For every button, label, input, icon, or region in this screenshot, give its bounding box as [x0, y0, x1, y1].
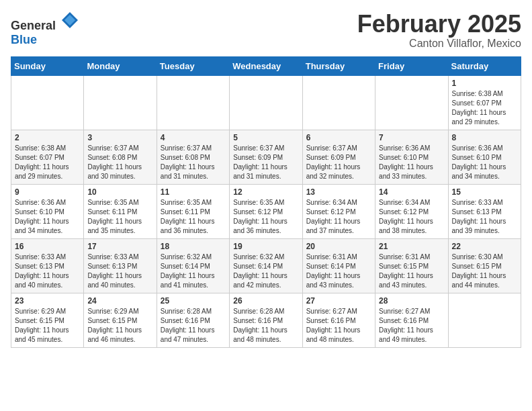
day-info: Sunrise: 6:36 AM Sunset: 6:10 PM Dayligh… [452, 144, 517, 181]
calendar-cell: 8Sunrise: 6:36 AM Sunset: 6:10 PM Daylig… [448, 130, 521, 184]
day-info: Sunrise: 6:35 AM Sunset: 6:11 PM Dayligh… [161, 198, 226, 236]
day-number: 26 [233, 296, 298, 306]
day-number: 20 [306, 242, 371, 251]
day-info: Sunrise: 6:33 AM Sunset: 6:13 PM Dayligh… [87, 253, 152, 290]
calendar-cell: 17Sunrise: 6:33 AM Sunset: 6:13 PM Dayli… [84, 238, 157, 293]
day-info: Sunrise: 6:34 AM Sunset: 6:12 PM Dayligh… [306, 198, 371, 236]
location-title: Canton Villaflor, Mexico [357, 38, 521, 50]
calendar-cell: 19Sunrise: 6:32 AM Sunset: 6:14 PM Dayli… [230, 238, 302, 293]
day-number: 18 [161, 242, 226, 251]
month-title: February 2025 [357, 11, 521, 38]
calendar-cell: 3Sunrise: 6:37 AM Sunset: 6:08 PM Daylig… [84, 130, 157, 184]
day-number: 27 [306, 296, 371, 306]
calendar-cell: 1Sunrise: 6:38 AM Sunset: 6:07 PM Daylig… [448, 75, 521, 130]
calendar-cell: 5Sunrise: 6:37 AM Sunset: 6:09 PM Daylig… [230, 130, 302, 184]
day-info: Sunrise: 6:38 AM Sunset: 6:07 PM Dayligh… [15, 144, 80, 181]
day-number: 24 [87, 296, 152, 306]
day-info: Sunrise: 6:32 AM Sunset: 6:14 PM Dayligh… [161, 253, 226, 290]
day-number: 3 [87, 133, 152, 142]
calendar-cell: 18Sunrise: 6:32 AM Sunset: 6:14 PM Dayli… [157, 238, 229, 293]
day-number: 28 [379, 296, 444, 306]
title-area: February 2025 Canton Villaflor, Mexico [357, 11, 521, 50]
day-number: 21 [379, 242, 444, 251]
day-info: Sunrise: 6:28 AM Sunset: 6:16 PM Dayligh… [233, 307, 298, 345]
day-info: Sunrise: 6:35 AM Sunset: 6:11 PM Dayligh… [87, 198, 152, 236]
weekday-header: Friday [375, 56, 448, 75]
day-number: 13 [306, 187, 371, 197]
calendar-cell: 21Sunrise: 6:31 AM Sunset: 6:15 PM Dayli… [375, 238, 448, 293]
day-info: Sunrise: 6:37 AM Sunset: 6:08 PM Dayligh… [161, 144, 226, 181]
day-number: 1 [452, 79, 517, 88]
calendar-week-row: 1Sunrise: 6:38 AM Sunset: 6:07 PM Daylig… [11, 75, 521, 130]
weekday-header: Saturday [448, 56, 521, 75]
calendar-cell [375, 75, 448, 130]
calendar-cell: 11Sunrise: 6:35 AM Sunset: 6:11 PM Dayli… [157, 184, 229, 238]
logo-general: General [11, 19, 56, 32]
calendar-cell: 2Sunrise: 6:38 AM Sunset: 6:07 PM Daylig… [11, 130, 84, 184]
day-number: 4 [161, 133, 226, 142]
day-info: Sunrise: 6:33 AM Sunset: 6:13 PM Dayligh… [452, 198, 517, 236]
day-number: 25 [161, 296, 226, 306]
weekday-header: Sunday [11, 56, 84, 75]
day-number: 11 [161, 187, 226, 197]
day-info: Sunrise: 6:27 AM Sunset: 6:16 PM Dayligh… [379, 307, 444, 345]
calendar-cell: 4Sunrise: 6:37 AM Sunset: 6:08 PM Daylig… [157, 130, 229, 184]
calendar-table: SundayMondayTuesdayWednesdayThursdayFrid… [11, 56, 521, 348]
calendar-header-row: SundayMondayTuesdayWednesdayThursdayFrid… [11, 56, 521, 75]
weekday-header: Tuesday [157, 56, 229, 75]
day-number: 5 [233, 133, 298, 142]
calendar-cell: 22Sunrise: 6:30 AM Sunset: 6:15 PM Dayli… [448, 238, 521, 293]
day-info: Sunrise: 6:28 AM Sunset: 6:16 PM Dayligh… [161, 307, 226, 345]
logo-blue: Blue [11, 33, 37, 46]
calendar-cell [230, 75, 302, 130]
day-number: 15 [452, 187, 517, 197]
day-info: Sunrise: 6:37 AM Sunset: 6:08 PM Dayligh… [87, 144, 152, 181]
calendar-cell [448, 293, 521, 347]
calendar-cell: 7Sunrise: 6:36 AM Sunset: 6:10 PM Daylig… [375, 130, 448, 184]
day-info: Sunrise: 6:29 AM Sunset: 6:15 PM Dayligh… [15, 307, 80, 345]
calendar-cell: 23Sunrise: 6:29 AM Sunset: 6:15 PM Dayli… [11, 293, 84, 347]
day-number: 14 [379, 187, 444, 197]
day-info: Sunrise: 6:33 AM Sunset: 6:13 PM Dayligh… [15, 253, 80, 290]
calendar-week-row: 9Sunrise: 6:36 AM Sunset: 6:10 PM Daylig… [11, 184, 521, 238]
logo-icon [60, 11, 79, 30]
day-info: Sunrise: 6:36 AM Sunset: 6:10 PM Dayligh… [379, 144, 444, 181]
day-info: Sunrise: 6:31 AM Sunset: 6:15 PM Dayligh… [379, 253, 444, 290]
day-number: 22 [452, 242, 517, 251]
day-number: 6 [306, 133, 371, 142]
day-number: 10 [87, 187, 152, 197]
weekday-header: Monday [84, 56, 157, 75]
calendar-week-row: 2Sunrise: 6:38 AM Sunset: 6:07 PM Daylig… [11, 130, 521, 184]
calendar-week-row: 16Sunrise: 6:33 AM Sunset: 6:13 PM Dayli… [11, 238, 521, 293]
weekday-header: Wednesday [230, 56, 302, 75]
logo-text: General Blue [11, 11, 79, 47]
calendar-cell: 6Sunrise: 6:37 AM Sunset: 6:09 PM Daylig… [302, 130, 375, 184]
day-number: 12 [233, 187, 298, 197]
day-number: 2 [15, 133, 80, 142]
day-info: Sunrise: 6:36 AM Sunset: 6:10 PM Dayligh… [15, 198, 80, 236]
calendar-cell: 26Sunrise: 6:28 AM Sunset: 6:16 PM Dayli… [230, 293, 302, 347]
weekday-header: Thursday [302, 56, 375, 75]
calendar-cell [11, 75, 84, 130]
day-info: Sunrise: 6:32 AM Sunset: 6:14 PM Dayligh… [233, 253, 298, 290]
day-number: 8 [452, 133, 517, 142]
calendar-cell: 16Sunrise: 6:33 AM Sunset: 6:13 PM Dayli… [11, 238, 84, 293]
day-number: 16 [15, 242, 80, 251]
day-info: Sunrise: 6:27 AM Sunset: 6:16 PM Dayligh… [306, 307, 371, 345]
day-number: 19 [233, 242, 298, 251]
day-info: Sunrise: 6:30 AM Sunset: 6:15 PM Dayligh… [452, 253, 517, 290]
calendar-cell: 27Sunrise: 6:27 AM Sunset: 6:16 PM Dayli… [302, 293, 375, 347]
calendar-cell: 15Sunrise: 6:33 AM Sunset: 6:13 PM Dayli… [448, 184, 521, 238]
day-info: Sunrise: 6:29 AM Sunset: 6:15 PM Dayligh… [87, 307, 152, 345]
calendar-cell: 13Sunrise: 6:34 AM Sunset: 6:12 PM Dayli… [302, 184, 375, 238]
day-number: 7 [379, 133, 444, 142]
calendar-cell: 14Sunrise: 6:34 AM Sunset: 6:12 PM Dayli… [375, 184, 448, 238]
day-info: Sunrise: 6:31 AM Sunset: 6:14 PM Dayligh… [306, 253, 371, 290]
page-header: General Blue February 2025 Canton Villaf… [11, 11, 521, 50]
calendar-cell: 24Sunrise: 6:29 AM Sunset: 6:15 PM Dayli… [84, 293, 157, 347]
day-info: Sunrise: 6:34 AM Sunset: 6:12 PM Dayligh… [379, 198, 444, 236]
day-number: 9 [15, 187, 80, 197]
calendar-cell [302, 75, 375, 130]
day-info: Sunrise: 6:37 AM Sunset: 6:09 PM Dayligh… [306, 144, 371, 181]
day-info: Sunrise: 6:35 AM Sunset: 6:12 PM Dayligh… [233, 198, 298, 236]
